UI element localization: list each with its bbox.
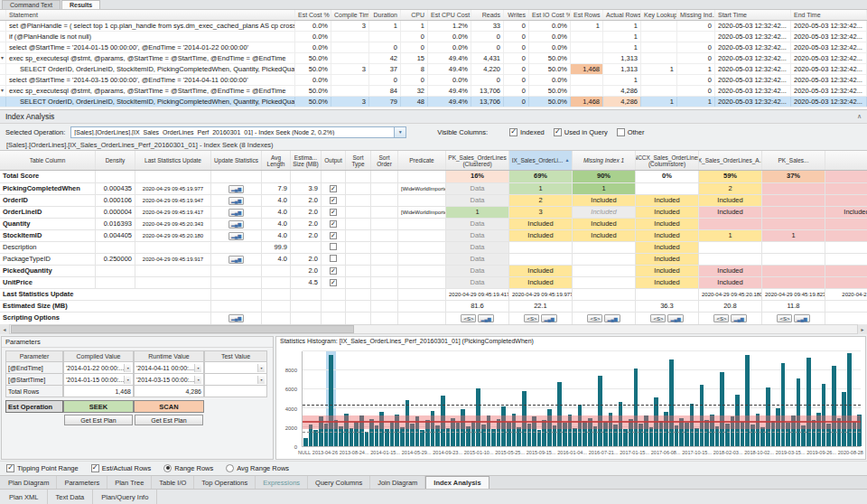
- col-header-est-io-cost[interactable]: Est IO Cost %: [529, 10, 571, 20]
- index-table-row[interactable]: PackageTypeID0.2500002020-04-29 09:45:19…: [0, 254, 867, 266]
- statement-row[interactable]: if (@PlanHandle is not null)0.0%00.0%000…: [0, 32, 867, 42]
- col-header-end-time[interactable]: End Time: [791, 10, 867, 20]
- col-header-reads[interactable]: Reads: [471, 10, 504, 20]
- tab-top-operations[interactable]: Top Operations: [194, 476, 256, 489]
- histogram-bar[interactable]: [649, 427, 654, 446]
- visible-col-option-other[interactable]: Other: [617, 128, 645, 136]
- histogram-bar[interactable]: [720, 372, 724, 446]
- cell-dropdown-icon[interactable]: ▾: [194, 364, 201, 372]
- tab-join-diagram[interactable]: Join Diagram: [370, 476, 425, 489]
- get-est-plan-button[interactable]: Get Est Plan: [135, 415, 203, 425]
- parameter-value-cell[interactable]: '2014-04-11 00:00:...▾: [134, 362, 204, 374]
- parameter-row[interactable]: [@EndTime]'2014-01-22 00:00:...▾'2014-04…: [5, 362, 269, 374]
- tab-text-data[interactable]: Text Data: [48, 490, 94, 504]
- col-header-last-statistics-update[interactable]: Last Statistics Update: [135, 151, 211, 170]
- index-table-row[interactable]: PickingCompletedWhen0.0004352020-04-29 0…: [0, 183, 867, 195]
- col-header-density[interactable]: Density: [96, 151, 135, 170]
- tab-plan-xml[interactable]: Plan XML: [1, 490, 48, 504]
- visible-col-option-used-in-query[interactable]: ✓Used in Query: [554, 128, 608, 136]
- tab-expressions[interactable]: Expressions: [256, 476, 308, 489]
- col-header-table-column[interactable]: Table Column: [0, 151, 96, 170]
- selected-operation-dropdown[interactable]: [Sales].[OrderLines].[IX_Sales_OrderLine…: [70, 126, 406, 138]
- update-statistics-button[interactable]: ▂▄▆: [228, 209, 244, 217]
- col-header-compile-time[interactable]: Compile Time: [331, 10, 369, 20]
- tab-plan-diagram[interactable]: Plan Diagram: [1, 476, 57, 489]
- update-statistics-button[interactable]: ▂▄▆: [228, 256, 244, 264]
- output-checkbox[interactable]: ✓: [330, 232, 337, 239]
- col-header-sort-order[interactable]: Sort Order: [371, 151, 398, 170]
- index-col-header-6[interactable]: PK_Sales...: [762, 151, 825, 170]
- col-header-start-time[interactable]: Start Time: [715, 10, 791, 20]
- histogram-bar[interactable]: [420, 430, 424, 446]
- tab-index-analysis[interactable]: Index Analysis: [425, 476, 489, 489]
- checkbox-other[interactable]: [617, 128, 625, 136]
- checkbox-est-actual-rows[interactable]: ✓: [91, 464, 99, 472]
- index-table-row[interactable]: PickedQuantity2.0✓DataIncludedIncludedIn…: [0, 266, 867, 277]
- statement-row[interactable]: SELECT OrderID, OrderLineID, StockItemID…: [0, 97, 867, 107]
- script-index-button[interactable]: <S>: [713, 314, 729, 322]
- update-all-statistics-button[interactable]: ▂▄▆: [228, 314, 244, 322]
- histogram-bar[interactable]: [669, 359, 674, 446]
- cell-dropdown-icon[interactable]: ▾: [257, 364, 265, 372]
- histogram-bar[interactable]: [715, 426, 720, 446]
- statement-row[interactable]: set @PlanHandle = ( select top 1 cp.plan…: [0, 21, 867, 32]
- tab-parameters[interactable]: Parameters: [57, 476, 107, 489]
- cell-dropdown-icon[interactable]: ▾: [124, 376, 131, 384]
- output-checkbox[interactable]: ✓: [330, 267, 337, 275]
- stats-chart-button[interactable]: ▂▄▆: [667, 314, 683, 322]
- histogram-bar[interactable]: [760, 427, 765, 446]
- horizontal-scrollbar[interactable]: ◄ ►: [0, 324, 867, 334]
- statement-row[interactable]: SELECT OrderID, OrderLineID, StockItemID…: [0, 64, 867, 75]
- script-index-button[interactable]: <S>: [777, 314, 792, 322]
- col-header-sort-type[interactable]: Sort Type: [346, 151, 371, 170]
- checkbox-used-in-query[interactable]: ✓: [554, 128, 562, 136]
- histogram-bar[interactable]: [593, 426, 598, 446]
- row-expander-icon[interactable]: ▾: [0, 86, 6, 96]
- hist-option-avg-range-rows[interactable]: Avg Range Rows: [226, 464, 289, 472]
- histogram-bar[interactable]: [329, 355, 333, 446]
- output-checkbox[interactable]: ✓: [330, 279, 337, 286]
- histogram-bar[interactable]: [517, 427, 521, 446]
- parameter-value-cell[interactable]: '2014-01-22 00:00:...▾: [63, 362, 134, 374]
- radio-range-rows[interactable]: [163, 464, 172, 472]
- col-header-writes[interactable]: Writes: [504, 10, 529, 20]
- histogram-bar[interactable]: [598, 376, 602, 446]
- index-table-row[interactable]: StockItemID0.0044052020-04-29 09:45:20.1…: [0, 230, 867, 242]
- histogram-bar[interactable]: [537, 430, 542, 446]
- chevron-down-icon[interactable]: ▼: [394, 127, 406, 137]
- scroll-left-icon[interactable]: ◄: [0, 324, 10, 334]
- scroll-right-icon[interactable]: ►: [857, 324, 867, 334]
- update-statistics-button[interactable]: ▂▄▆: [228, 232, 244, 240]
- scrollbar-thumb[interactable]: [11, 325, 354, 333]
- histogram-bar[interactable]: [557, 382, 562, 446]
- histogram-bar[interactable]: [832, 366, 836, 446]
- parameter-value-cell[interactable]: '2014-03-15 00:00:...▾: [134, 374, 204, 386]
- index-col-header-2[interactable]: IX_Sales_OrderLi...▲: [509, 151, 573, 170]
- param-col-header-runtime-value[interactable]: Runtime Value: [134, 350, 204, 362]
- col-header-output[interactable]: Output: [322, 151, 346, 170]
- histogram-bar[interactable]: [365, 432, 369, 446]
- col-header-avg-length[interactable]: Avg Length: [262, 151, 291, 170]
- col-header-cpu[interactable]: CPU: [401, 10, 428, 20]
- parameter-row[interactable]: [@StartTime]'2014-01-15 00:00:...▾'2014-…: [5, 374, 269, 386]
- output-checkbox[interactable]: ✓: [330, 197, 337, 204]
- cell-dropdown-icon[interactable]: ▾: [124, 364, 131, 372]
- tab-table-i-o[interactable]: Table I/O: [152, 476, 194, 489]
- update-statistics-button[interactable]: ▂▄▆: [228, 185, 244, 193]
- stats-chart-button[interactable]: ▂▄▆: [731, 314, 746, 322]
- col-header-est-cpu-cost[interactable]: Est CPU Cost %: [428, 10, 471, 20]
- row-expander-icon[interactable]: ▾: [0, 53, 6, 63]
- col-header-predicate[interactable]: Predicate: [398, 151, 446, 170]
- radio-avg-range-rows[interactable]: [226, 464, 234, 472]
- output-checkbox[interactable]: [330, 255, 337, 262]
- col-header-statement[interactable]: Statement: [6, 10, 295, 20]
- script-index-button[interactable]: <S>: [587, 314, 602, 322]
- col-header-missing-ind[interactable]: Missing Ind...: [677, 10, 715, 20]
- stats-chart-button[interactable]: ▂▄▆: [604, 314, 620, 322]
- index-col-header-1[interactable]: PK_Sales_OrderLines (Clustered): [446, 151, 509, 170]
- col-header-key-lookups[interactable]: Key Lookups: [641, 10, 677, 20]
- update-statistics-button[interactable]: ▂▄▆: [228, 220, 244, 229]
- col-header-est-rows[interactable]: Est Rows: [571, 10, 603, 20]
- param-col-header-parameter[interactable]: Parameter: [5, 350, 63, 362]
- cell-dropdown-icon[interactable]: ▾: [257, 376, 265, 384]
